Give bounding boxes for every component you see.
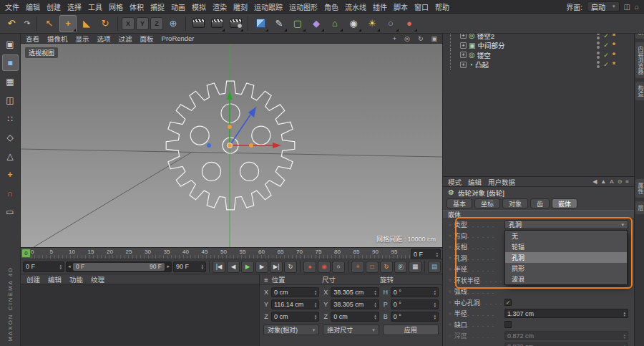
panel-menu-icon[interactable]: ≡ xyxy=(264,276,268,284)
am-menu-userdata[interactable]: 用户数据 xyxy=(488,177,515,187)
nav-up-icon[interactable]: ▲ xyxy=(600,178,606,185)
visibility-dots[interactable] xyxy=(597,52,600,59)
range-right-arrow-icon[interactable]: ▸ xyxy=(167,264,170,269)
frame-range-slider[interactable]: ◂ 0 F 90 F ▸ xyxy=(66,261,172,272)
zoom-view-icon[interactable]: ◎ xyxy=(404,35,410,42)
menu-render[interactable]: 渲染 xyxy=(213,1,227,12)
menu-file[interactable]: 文件 xyxy=(5,1,19,12)
workplane-mode-icon[interactable]: ◫ xyxy=(2,92,19,108)
viewport-canvas[interactable]: 透视视图 xyxy=(21,44,442,247)
range-start-field[interactable]: 0 F ▴▾ xyxy=(23,261,64,272)
deformer-icon[interactable]: ◆ xyxy=(308,15,325,32)
type-dropdown[interactable]: 孔洞 ▾ xyxy=(504,220,628,229)
z-scale-handle[interactable] xyxy=(207,143,211,148)
playhead-marker[interactable]: 0 xyxy=(21,249,31,258)
expand-icon[interactable]: + xyxy=(460,62,467,68)
mat-menu-texture[interactable]: 纹理 xyxy=(91,274,104,284)
render-view-icon[interactable] xyxy=(190,15,207,32)
pan-view-icon[interactable]: + xyxy=(393,35,396,42)
visibility-dots[interactable] xyxy=(597,42,600,49)
dock-tab-content-browser[interactable]: 内容浏览器 xyxy=(635,42,644,78)
menu-volume[interactable]: 体积 xyxy=(130,1,144,12)
spline-tag-icon[interactable]: * xyxy=(613,62,615,67)
move-tool-icon[interactable]: + xyxy=(59,15,77,32)
gizmo-center-handle[interactable] xyxy=(228,143,233,148)
interface-dropdown[interactable]: 启动 ▾ xyxy=(587,1,620,11)
render-settings-icon[interactable] xyxy=(227,15,244,32)
size-y-field[interactable]: 38.305 cm▴▾ xyxy=(331,299,379,309)
home-icon[interactable]: ⌂ xyxy=(635,3,639,11)
stepper-icon[interactable]: ▴▾ xyxy=(59,264,62,269)
vp-menu-options[interactable]: 选项 xyxy=(97,34,111,44)
dock-tab-structure[interactable]: 构造 xyxy=(635,82,644,100)
record-scale-toggle[interactable]: □ xyxy=(366,261,379,273)
stepper-icon[interactable]: ▴▾ xyxy=(623,311,625,317)
record-pla-toggle[interactable]: ▦ xyxy=(409,261,421,273)
goto-end-button[interactable]: ▶| xyxy=(270,261,283,273)
vp-menu-prorender[interactable]: ProRender xyxy=(162,34,195,42)
menu-mograph[interactable]: 运动图形 xyxy=(289,1,318,12)
sky-icon[interactable]: ○ xyxy=(382,15,399,32)
rotate-tool-icon[interactable]: ↻ xyxy=(97,15,114,32)
coordinate-mode-dropdown[interactable]: 对象(相对)▾ xyxy=(263,325,319,335)
view-label[interactable]: 透视视图 xyxy=(25,47,58,58)
enable-axis-icon[interactable]: + xyxy=(2,166,19,183)
object-row-middle[interactable]: + ▣ 中间部分 ✓ * xyxy=(443,41,634,51)
axis-gizmo[interactable] xyxy=(207,91,281,148)
rotate-view-icon[interactable]: ↻ xyxy=(418,35,424,42)
tab-basic[interactable]: 基本 xyxy=(447,198,472,208)
vp-menu-filter[interactable]: 过滤 xyxy=(119,34,132,44)
inlay-section-header[interactable]: 嵌体 xyxy=(443,210,634,219)
mat-menu-edit[interactable]: 编辑 xyxy=(48,274,62,284)
enabled-check-icon[interactable]: ✓ xyxy=(603,42,609,49)
size-mode-dropdown[interactable]: 绝对尺寸▾ xyxy=(323,325,379,335)
tab-coordinates[interactable]: 坐标 xyxy=(474,198,500,208)
mat-menu-create[interactable]: 创建 xyxy=(26,274,40,284)
menu-window[interactable]: 窗口 xyxy=(414,1,429,12)
keyframe-selection-button[interactable]: ○ xyxy=(332,261,345,273)
goto-start-button[interactable]: |◀ xyxy=(213,261,225,273)
z-axis-button[interactable]: Z xyxy=(150,17,163,30)
position-y-field[interactable]: 116.14 cm▴▾ xyxy=(271,299,319,309)
record-position-toggle[interactable]: + xyxy=(351,261,364,273)
frame-range-thumb[interactable]: 0 F 90 F xyxy=(73,263,165,271)
panel-menu-icon[interactable]: ≡ xyxy=(625,178,629,185)
y-axis-button[interactable]: Y xyxy=(136,17,149,30)
dock-tab-attributes[interactable]: 属性 xyxy=(635,179,644,198)
tab-inlay[interactable]: 嵌体 xyxy=(552,198,577,208)
range-left-arrow-icon[interactable]: ◂ xyxy=(68,264,71,269)
menu-animate[interactable]: 动画 xyxy=(171,1,185,12)
visibility-dots[interactable] xyxy=(597,61,600,68)
vp-menu-display[interactable]: 显示 xyxy=(76,34,89,44)
enabled-check-icon[interactable]: ✓ xyxy=(603,52,609,59)
prev-frame-button[interactable]: ◀ xyxy=(227,261,240,273)
snapping-icon[interactable]: ∩ xyxy=(2,185,19,201)
vp-menu-panel[interactable]: 面板 xyxy=(140,34,154,44)
menu-tools[interactable]: 工具 xyxy=(88,1,102,12)
nav-back-icon[interactable]: ◀ xyxy=(592,178,597,185)
rotation-h-field[interactable]: 0 °▴▾ xyxy=(391,287,439,297)
coordinate-system-icon[interactable]: ⊕ xyxy=(165,15,182,32)
mat-menu-function[interactable]: 功能 xyxy=(69,274,83,284)
redo-icon[interactable]: ↷ xyxy=(21,15,33,32)
option-holes[interactable]: 孔洞 xyxy=(505,252,627,263)
next-frame-button[interactable]: ▶ xyxy=(255,261,268,273)
pen-spline-icon[interactable]: ✎ xyxy=(270,15,288,32)
menu-motion-tracker[interactable]: 运动跟踪 xyxy=(254,1,283,12)
menu-edit[interactable]: 编辑 xyxy=(26,1,40,12)
spline-tag-icon[interactable]: * xyxy=(613,42,615,48)
menu-plugins[interactable]: 插件 xyxy=(373,1,387,12)
render-picture-viewer-icon[interactable] xyxy=(208,15,225,32)
timeline-ruler[interactable]: 0 0 5 10 15 20 25 30 35 40 45 50 55 60 6… xyxy=(21,247,442,259)
x-axis-button[interactable]: X xyxy=(122,17,135,30)
stepper-icon[interactable]: ▴▾ xyxy=(436,251,438,257)
size-z-field[interactable]: 0 cm▴▾ xyxy=(331,312,379,322)
menu-create[interactable]: 创建 xyxy=(47,1,61,12)
size-x-field[interactable]: 38.305 cm▴▾ xyxy=(331,287,379,297)
record-keyframe-button[interactable]: ● xyxy=(303,261,316,273)
menu-simulate[interactable]: 模拟 xyxy=(192,1,206,12)
menu-script[interactable]: 脚本 xyxy=(394,1,408,12)
light-icon[interactable]: ☀ xyxy=(364,15,381,32)
expand-icon[interactable]: + xyxy=(460,52,467,58)
material-icon[interactable]: ● xyxy=(401,15,418,32)
